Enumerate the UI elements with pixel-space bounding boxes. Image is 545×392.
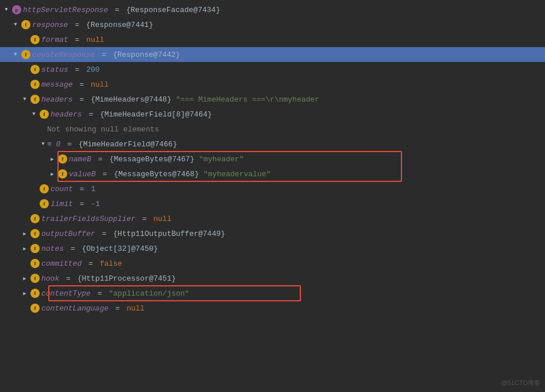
equals-sign: =: [93, 289, 106, 298]
equals-sign: =: [138, 215, 151, 223]
row-content: contentType = "application/json": [41, 289, 190, 298]
field-icon: f: [30, 35, 40, 44]
row-outputBuffer[interactable]: foutputBuffer = {Http11OutputBuffer@7449…: [0, 226, 545, 241]
row-httpServletResponse[interactable]: phttpServletResponse = {ResponseFacade@7…: [0, 2, 545, 17]
equals-sign: =: [75, 200, 88, 208]
var-name: headers: [41, 95, 73, 104]
var-name: hook: [41, 274, 59, 283]
no-arrow: [21, 36, 29, 44]
type-ref: {Object[32]@7450}: [82, 244, 158, 253]
equals-sign: =: [110, 6, 123, 14]
type-ref: {MimeHeaders@7448}: [91, 95, 176, 104]
equals-sign: =: [111, 304, 124, 313]
row-content: committed = false: [41, 259, 122, 268]
expand-arrow[interactable]: [30, 110, 38, 118]
row-coyoteResponse[interactable]: fcoyoteResponse = {Response@7442}: [0, 47, 545, 62]
row-content: notes = {Object[32]@7450}: [41, 244, 158, 253]
expand-arrow[interactable]: [11, 21, 20, 29]
row-content: limit = -1: [51, 200, 100, 208]
field-icon: f: [21, 20, 30, 29]
equals-sign: =: [98, 230, 111, 238]
row-notes[interactable]: fnotes = {Object[32]@7450}: [0, 241, 545, 256]
field-icon: f: [30, 289, 40, 298]
no-arrow: [21, 304, 29, 312]
row-message[interactable]: fmessage = null: [0, 77, 545, 92]
type-ref: {MessageBytes@7467}: [109, 155, 199, 164]
row-content: trailerFieldsSupplier = null: [41, 215, 171, 223]
row-response[interactable]: fresponse = {Response@7441}: [0, 17, 545, 32]
index-label: ≡: [47, 140, 56, 149]
row-content: count = 1: [51, 185, 95, 193]
field-icon: f: [58, 169, 67, 178]
property-icon: p: [12, 5, 21, 14]
collapse-arrow[interactable]: [21, 274, 29, 282]
row-content: message = null: [41, 80, 109, 89]
field-icon: f: [30, 80, 40, 89]
row-headers2[interactable]: fheaders = {MimeHeaderField[8]@7464}: [0, 107, 545, 122]
expand-arrow[interactable]: [21, 95, 29, 103]
var-name: nameB: [69, 155, 91, 164]
var-name: committed: [41, 259, 82, 268]
field-icon: f: [40, 184, 49, 193]
field-icon: f: [30, 259, 40, 268]
row-committed[interactable]: fcommitted = false: [0, 256, 545, 271]
collapse-arrow[interactable]: [21, 230, 29, 238]
expand-arrow[interactable]: [39, 140, 47, 148]
value: "myheadervalue": [203, 170, 270, 178]
value: "=== MimeHeaders ===\r\nmyheader: [176, 95, 319, 104]
value: null: [86, 36, 104, 44]
equals-sign: =: [71, 36, 84, 44]
row-index0[interactable]: ≡ 0 = {MimeHeaderField@7466}: [0, 137, 545, 152]
row-content: valueB = {MessageBytes@7468} "myheaderva…: [69, 170, 270, 178]
no-arrow: [21, 215, 29, 223]
row-contentType[interactable]: fcontentType = "application/json": [0, 286, 545, 301]
row-trailerFieldsSupplier[interactable]: ftrailerFieldsSupplier = null: [0, 211, 545, 226]
row-nameB[interactable]: fnameB = {MessageBytes@7467} "myheader": [0, 152, 545, 166]
row-valueB[interactable]: fvalueB = {MessageBytes@7468} "myheaderv…: [0, 166, 545, 181]
collapse-arrow[interactable]: [48, 170, 56, 178]
row-not-showing[interactable]: Not showing null elements: [0, 122, 545, 137]
row-content: headers = {MimeHeaders@7448} "=== MimeHe…: [41, 95, 319, 104]
var-name: status: [41, 65, 68, 74]
value: null: [91, 80, 109, 89]
equals-sign: =: [63, 140, 76, 149]
no-arrow: [30, 185, 38, 193]
field-icon: f: [58, 154, 67, 164]
watermark: @51CTO博客: [501, 379, 540, 387]
field-icon: f: [30, 95, 40, 104]
field-icon: f: [30, 244, 40, 253]
row-contentLanguage[interactable]: fcontentLanguage = null: [0, 301, 545, 316]
var-name: httpServletResponse: [23, 6, 108, 14]
row-format[interactable]: fformat = null: [0, 32, 545, 47]
field-icon: f: [40, 199, 49, 208]
var-name: outputBuffer: [41, 230, 95, 238]
collapse-arrow[interactable]: [48, 155, 56, 163]
tree-container: phttpServletResponse = {ResponseFacade@7…: [0, 2, 545, 316]
type-ref: {Response@7441}: [86, 21, 153, 29]
expand-arrow[interactable]: [2, 6, 10, 14]
collapse-arrow[interactable]: [21, 244, 29, 253]
no-arrow: [39, 125, 47, 133]
value: 1: [91, 185, 95, 193]
row-content: nameB = {MessageBytes@7467} "myheader": [69, 155, 243, 164]
type-ref: {Response@7442}: [113, 51, 180, 59]
var-name: count: [51, 185, 73, 193]
row-content: response = {Response@7441}: [32, 21, 153, 29]
row-hook[interactable]: fhook = {Http11Processor@7451}: [0, 271, 545, 286]
row-content: httpServletResponse = {ResponseFacade@74…: [23, 6, 220, 14]
equals-sign: =: [97, 51, 110, 59]
expand-arrow[interactable]: [11, 51, 20, 59]
row-count[interactable]: fcount = 1: [0, 181, 545, 196]
equals-sign: =: [71, 65, 84, 74]
collapse-arrow[interactable]: [21, 289, 29, 297]
var-name: trailerFieldsSupplier: [41, 215, 136, 223]
row-status[interactable]: fstatus = 200: [0, 62, 545, 77]
row-content: format = null: [41, 36, 104, 44]
var-name: limit: [51, 200, 73, 208]
type-ref: {Http11Processor@7451}: [78, 274, 176, 283]
var-name: response: [32, 21, 68, 29]
row-headers1[interactable]: fheaders = {MimeHeaders@7448} "=== MimeH…: [0, 92, 545, 107]
no-arrow: [30, 200, 38, 208]
row-limit[interactable]: flimit = -1: [0, 196, 545, 211]
type-ref: {MessageBytes@7468}: [114, 170, 203, 178]
